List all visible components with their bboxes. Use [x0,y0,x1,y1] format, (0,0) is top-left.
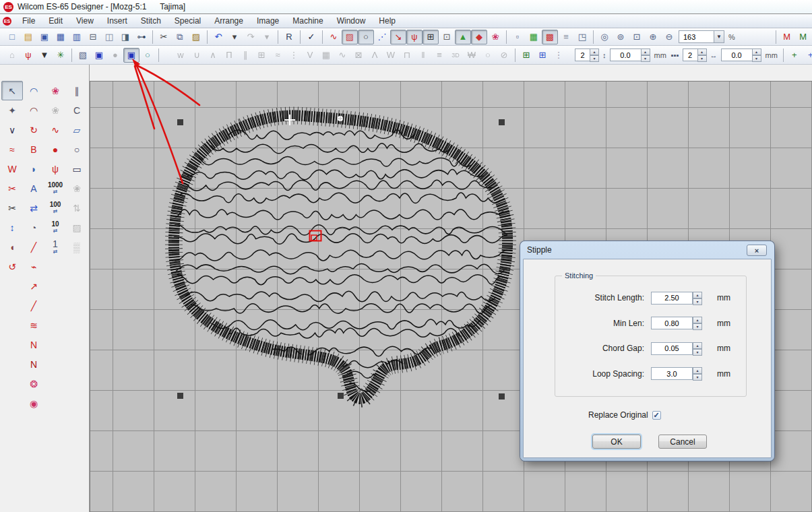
penetration-tool-button[interactable]: ψ [20,48,36,63]
zoom-actual-button[interactable]: ◎ [596,30,613,44]
nudge-tool-a-button[interactable]: + [786,48,803,63]
triple-run-tool[interactable]: ↗ [23,276,44,296]
hoop-reshape-tool[interactable]: ◔ [23,218,44,237]
field-input[interactable] [651,292,693,305]
menu-file[interactable]: File [15,15,42,27]
cancel-button[interactable]: Cancel [658,435,707,449]
mirror-pair-tool[interactable]: ⇄ [23,198,44,218]
menu-image[interactable]: Image [250,15,286,27]
show-stitches-button[interactable]: ∿ [325,30,342,44]
menu-arrange[interactable]: Arrange [208,15,250,27]
show-picture-button[interactable]: ◆ [471,30,487,44]
small-zigzag-tool[interactable]: ≈ [1,139,23,159]
bitmap-view-button[interactable]: ▫ [509,30,526,44]
open-design-button[interactable]: ▤ [20,30,36,44]
zoom-out-button[interactable]: ⊖ [661,30,677,44]
show-pointer-button[interactable]: ↘ [390,30,406,44]
spinner-arrows[interactable]: ▴▾ [693,317,702,329]
buttonhole-tool[interactable]: ❂ [23,374,44,393]
spinner-arrows[interactable]: ▴▾ [590,49,599,61]
height-needle-tool[interactable]: ↕ [1,218,23,237]
zigzag-run-tool[interactable]: ≋ [23,315,44,335]
thread-tip-button[interactable]: ▼ [36,48,53,63]
stipple-run-outline-button[interactable]: ▣ [91,48,107,63]
menu-stitch[interactable]: Stitch [134,15,168,27]
print-button[interactable]: ⊟ [85,30,101,44]
menu-machine[interactable]: Machine [286,15,330,27]
underlay-length-input[interactable] [610,49,641,61]
polygon-select-tool[interactable]: ✦ [1,100,23,120]
run-spacing-input[interactable] [721,49,752,61]
output-machine-b-button[interactable]: M [795,30,811,44]
show-textures-button[interactable]: ❀ [487,30,503,44]
remove-stitches-tool[interactable]: ✂ [1,179,23,198]
travel-tool-button[interactable]: R [281,30,297,44]
menu-edit[interactable]: Edit [42,15,69,27]
rotate-ellipse-tool[interactable]: ↺ [1,257,23,276]
dialog-titlebar[interactable]: Stipple [523,241,772,259]
cut-needle-tool[interactable]: ✂ [1,198,23,218]
cut-button[interactable]: ✂ [156,30,172,44]
print-preview-button[interactable]: ◫ [101,30,117,44]
connect-machine-button[interactable]: ⊶ [133,30,150,44]
insert-motif-tool[interactable]: ❀ [44,81,66,100]
zoom-in-button[interactable]: ⊕ [645,30,661,44]
zoom-level-input[interactable] [679,30,714,43]
menu-help[interactable]: Help [372,15,402,27]
zigzag-width-tool[interactable]: ∿ [44,120,66,139]
menu-insert[interactable]: Insert [100,15,134,27]
zoom-box-button[interactable]: ⊡ [629,30,645,44]
run-count-input[interactable] [683,49,697,61]
ellipse-tool-tool[interactable]: ○ [66,139,88,159]
show-connectors-button[interactable]: ⋰ [374,30,390,44]
factor-100-tool[interactable]: 100⇄ [44,198,66,218]
stitch-ratio-tool[interactable]: W [1,159,23,179]
field-input[interactable] [651,367,693,380]
show-outlines-button[interactable]: ○ [358,30,374,44]
run-line-tool[interactable]: ╱ [23,296,44,315]
stitch-player-button[interactable]: ▦ [526,30,542,44]
export-machine-file-button[interactable]: ▥ [69,30,85,44]
output-machine-a-button[interactable]: M [779,30,795,44]
arc-tool-tool[interactable]: C [66,100,88,120]
stitch-list-button[interactable]: ≡ [558,30,574,44]
closed-shape-tool[interactable]: N [23,354,44,374]
zoom-level-dropdown[interactable]: ▼ [714,30,724,43]
menu-view[interactable]: View [69,15,100,27]
show-needle-points-button[interactable]: ▨ [342,30,358,44]
slow-redraw-button[interactable]: ▩ [542,30,558,44]
auto-start-end-button[interactable]: ✓ [303,30,319,44]
factor-1-tool[interactable]: 1⇄ [44,237,66,257]
replace-original-checkbox[interactable]: ✓ [652,411,661,420]
dashed-run-tool[interactable]: ⌁ [23,257,44,276]
rectangle-tool-tool[interactable]: ▭ [66,159,88,179]
zoom-fit-button[interactable]: ⊚ [613,30,629,44]
copy-button[interactable]: ⧉ [172,30,188,44]
spinner-arrows[interactable]: ▴▾ [752,49,761,61]
spinner-arrows[interactable]: ▴▾ [697,49,707,61]
stipple-run-button[interactable]: ▣ [123,48,139,63]
ok-button[interactable]: OK [592,435,641,449]
object-properties-button[interactable]: ◳ [574,30,590,44]
spinner-arrows[interactable]: ▴▾ [693,342,702,355]
paste-button[interactable]: ▨ [188,30,204,44]
lettering-tool[interactable]: A [23,179,44,198]
show-penetrations-button[interactable]: ψ [406,30,423,44]
save-design-button[interactable]: ▣ [36,30,53,44]
undo-button[interactable]: ↶ [210,30,226,44]
nudge-tool-b-button[interactable]: + [803,48,812,63]
undo-dropdown-button[interactable]: ▾ [226,30,243,44]
menu-window[interactable]: Window [330,15,373,27]
show-hoop-button[interactable]: ⊡ [439,30,455,44]
show-background-button[interactable]: ▲ [455,30,471,44]
menu-special[interactable]: Special [168,15,208,27]
fan-stitch-tool[interactable]: ◖ [1,237,23,257]
add-point-tool[interactable]: ∨ [1,120,23,139]
show-grid-button[interactable]: ⊞ [423,30,439,44]
color-blend-2-button[interactable]: ⊞ [534,48,551,63]
no-boundary-tool[interactable]: B [23,139,44,159]
save-to-machine-button[interactable]: ▦ [53,30,69,44]
satin-column-tool[interactable]: ● [44,139,66,159]
needle-spacing-tool[interactable]: ψ [44,159,66,179]
underlay-count-input[interactable] [575,49,590,61]
